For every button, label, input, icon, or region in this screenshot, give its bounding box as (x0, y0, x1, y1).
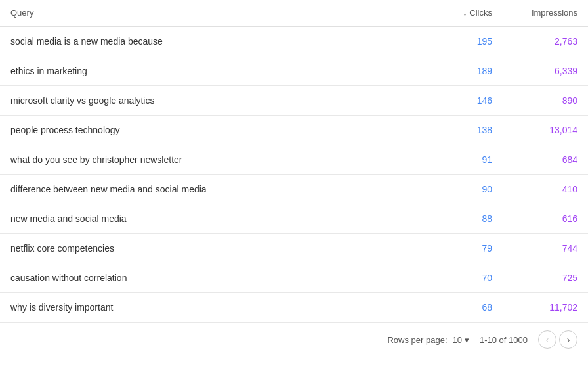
row-clicks: 146 (407, 95, 492, 106)
table-body: social media is a new media because 195 … (0, 27, 588, 323)
page-info: 1-10 of 1000 (480, 335, 528, 345)
row-impressions: 684 (492, 154, 578, 165)
table-row: microsoft clarity vs google analytics 14… (0, 86, 588, 116)
row-impressions: 11,702 (492, 302, 578, 313)
chevron-down-icon: ▾ (465, 335, 469, 345)
table-row: netflix core competencies 79 744 (0, 234, 588, 263)
table-row: ethics in marketing 189 6,339 (0, 56, 588, 86)
row-clicks: 68 (407, 302, 492, 313)
rows-per-page-control: Rows per page: 10 ▾ (387, 335, 469, 345)
row-query: why is diversity important (10, 302, 407, 313)
row-clicks: 70 (407, 273, 492, 283)
table-row: difference between new media and social … (0, 175, 588, 204)
row-impressions: 6,339 (492, 66, 578, 76)
row-clicks: 79 (407, 243, 492, 254)
table-row: new media and social media 88 616 (0, 204, 588, 234)
table-row: social media is a new media because 195 … (0, 27, 588, 56)
row-query: causation without correlation (10, 273, 407, 283)
pagination-bar: Rows per page: 10 ▾ 1-10 of 1000 ‹ › (0, 323, 588, 357)
column-header-clicks[interactable]: ↓ Clicks (407, 8, 492, 18)
row-impressions: 616 (492, 213, 578, 224)
row-impressions: 725 (492, 273, 578, 283)
row-query: social media is a new media because (10, 36, 407, 47)
row-clicks: 91 (407, 154, 492, 165)
column-header-impressions[interactable]: Impressions (492, 8, 578, 18)
row-query: difference between new media and social … (10, 184, 407, 194)
rows-per-page-label: Rows per page: (387, 335, 447, 345)
table-row: why is diversity important 68 11,702 (0, 293, 588, 323)
row-clicks: 138 (407, 125, 492, 135)
prev-page-button[interactable]: ‹ (538, 330, 556, 349)
table-row: what do you see by christopher newslette… (0, 145, 588, 175)
table-header: Query ↓ Clicks Impressions (0, 0, 588, 27)
row-impressions: 2,763 (492, 36, 578, 47)
next-page-button[interactable]: › (559, 330, 578, 349)
row-clicks: 90 (407, 184, 492, 194)
row-clicks: 88 (407, 213, 492, 224)
pagination-nav: ‹ › (538, 330, 578, 349)
row-impressions: 13,014 (492, 125, 578, 135)
row-clicks: 195 (407, 36, 492, 47)
row-impressions: 744 (492, 243, 578, 254)
row-query: ethics in marketing (10, 66, 407, 76)
row-impressions: 410 (492, 184, 578, 194)
row-query: netflix core competencies (10, 243, 407, 254)
table-row: causation without correlation 70 725 (0, 263, 588, 293)
row-query: what do you see by christopher newslette… (10, 154, 407, 165)
table-row: people process technology 138 13,014 (0, 116, 588, 145)
rows-per-page-value: 10 (453, 335, 462, 345)
rows-per-page-select[interactable]: 10 ▾ (453, 335, 469, 345)
row-impressions: 890 (492, 95, 578, 106)
data-table: Query ↓ Clicks Impressions social media … (0, 0, 588, 357)
row-query: microsoft clarity vs google analytics (10, 95, 407, 106)
sort-arrow-icon: ↓ (463, 9, 467, 18)
column-header-query: Query (10, 8, 407, 18)
row-clicks: 189 (407, 66, 492, 76)
row-query: people process technology (10, 125, 407, 135)
row-query: new media and social media (10, 213, 407, 224)
